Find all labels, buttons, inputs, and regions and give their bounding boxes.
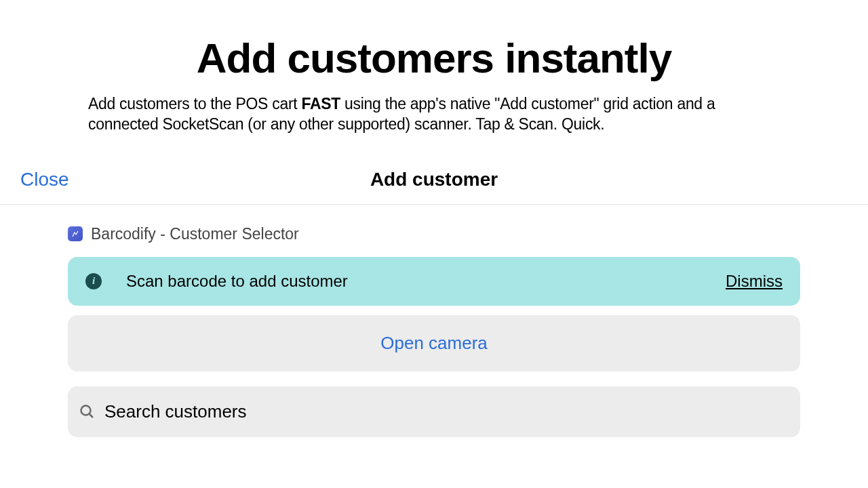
info-banner-text: Scan barcode to add customer xyxy=(126,272,348,291)
close-button[interactable]: Close xyxy=(20,169,69,190)
open-camera-button[interactable]: Open camera xyxy=(68,315,800,371)
search-box[interactable] xyxy=(68,386,800,437)
dismiss-button[interactable]: Dismiss xyxy=(726,272,783,291)
hero-subtitle: Add customers to the POS cart FAST using… xyxy=(88,94,780,135)
hero-title: Add customers instantly xyxy=(88,34,780,82)
search-icon xyxy=(79,403,95,420)
svg-line-1 xyxy=(90,414,94,418)
open-camera-label: Open camera xyxy=(380,333,488,353)
modal-content: Barcodify - Customer Selector i Scan bar… xyxy=(0,205,868,437)
hero-subtitle-bold: FAST xyxy=(301,95,340,113)
hero-section: Add customers instantly Add customers to… xyxy=(0,0,868,155)
app-row: Barcodify - Customer Selector xyxy=(68,218,800,257)
modal-header: Close Add customer xyxy=(0,155,868,205)
hero-subtitle-pre: Add customers to the POS cart xyxy=(88,95,301,113)
info-icon: i xyxy=(85,273,102,289)
app-name: Barcodify - Customer Selector xyxy=(91,225,299,243)
info-banner-left: i Scan barcode to add customer xyxy=(85,272,348,291)
modal-title: Add customer xyxy=(370,169,498,190)
svg-point-0 xyxy=(81,406,91,415)
app-icon xyxy=(68,226,83,241)
search-input[interactable] xyxy=(104,401,789,422)
info-banner: i Scan barcode to add customer Dismiss xyxy=(68,257,800,306)
